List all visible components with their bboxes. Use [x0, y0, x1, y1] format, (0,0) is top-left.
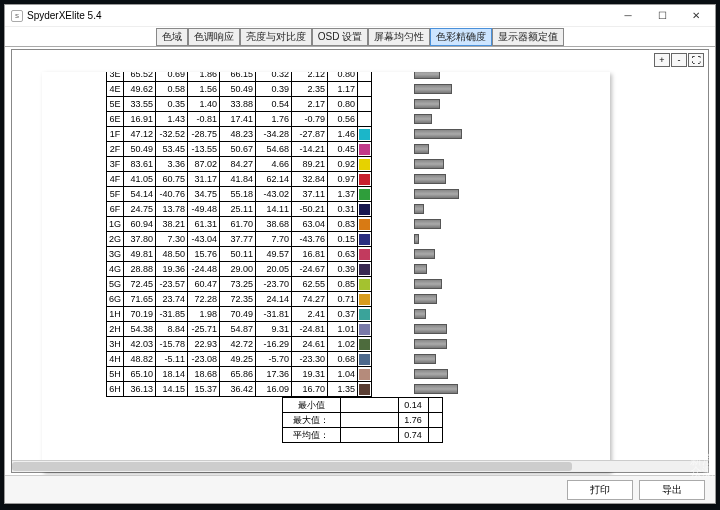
tab-4[interactable]: 屏幕均匀性	[368, 28, 430, 46]
bar-chart	[414, 72, 462, 396]
data-table-wrap: 3E65.520.691.8666.150.322.120.804E49.620…	[106, 72, 443, 443]
data-table: 3E65.520.691.8666.150.322.120.804E49.620…	[106, 72, 372, 397]
table-row: 5F54.14-40.7634.7555.18-43.0237.111.37	[107, 187, 372, 202]
app-icon: s	[11, 10, 23, 22]
tab-0[interactable]: 色域	[156, 28, 188, 46]
table-row: 4E49.620.581.5650.490.392.351.17	[107, 82, 372, 97]
table-row: 1G60.9438.2161.3161.7038.6863.040.83	[107, 217, 372, 232]
table-row: 4H48.82-5.11-23.0849.25-5.70-23.300.68	[107, 352, 372, 367]
table-row: 5E33.550.351.4033.880.542.170.80	[107, 97, 372, 112]
table-row: 3G49.8148.5015.7650.1149.5716.810.63	[107, 247, 372, 262]
footer-bar: 打印 导出	[5, 475, 715, 503]
close-button[interactable]: ✕	[679, 6, 713, 26]
zoom-in-button[interactable]: +	[654, 53, 670, 67]
table-row: 5G72.45-23.5760.4773.25-23.7062.550.85	[107, 277, 372, 292]
table-row: 3H42.03-15.7822.9342.72-16.2924.611.02	[107, 337, 372, 352]
table-row: 1H70.19-31.851.9870.49-31.812.410.37	[107, 307, 372, 322]
tab-5[interactable]: 色彩精确度	[430, 28, 492, 46]
table-row: 6H36.1314.1515.3736.4216.0916.701.35	[107, 382, 372, 397]
tab-3[interactable]: OSD 设置	[312, 28, 368, 46]
maximize-button[interactable]: ☐	[645, 6, 679, 26]
table-row: 1F47.12-32.52-28.7548.23-34.28-27.871.46	[107, 127, 372, 142]
tab-1[interactable]: 色调响应	[188, 28, 240, 46]
zoom-toolbar: + - ⛶	[654, 53, 704, 67]
table-row: 6F24.7513.78-49.4825.1114.11-50.210.31	[107, 202, 372, 217]
report-page: 3E65.520.691.8666.150.322.120.804E49.620…	[42, 72, 610, 472]
table-row: 2F50.4953.45-13.5550.6754.68-14.210.45	[107, 142, 372, 157]
horizontal-scrollbar[interactable]	[12, 460, 708, 472]
table-row: 6E16.911.43-0.8117.411.76-0.790.56	[107, 112, 372, 127]
tab-2[interactable]: 亮度与对比度	[240, 28, 312, 46]
tab-bar: 色域色调响应亮度与对比度OSD 设置屏幕均匀性色彩精确度显示器额定值	[5, 27, 715, 47]
table-row: 4G28.8819.36-24.4829.0020.05-24.670.39	[107, 262, 372, 277]
table-row: 2H54.388.84-25.7154.879.31-24.811.01	[107, 322, 372, 337]
table-row: 2G37.807.30-43.0437.777.70-43.760.15	[107, 232, 372, 247]
titlebar: s SpyderXElite 5.4 ─ ☐ ✕	[5, 5, 715, 27]
table-row: 5H65.1018.1418.6865.8617.3619.311.04	[107, 367, 372, 382]
app-window: s SpyderXElite 5.4 ─ ☐ ✕ 色域色调响应亮度与对比度OSD…	[4, 4, 716, 504]
table-row: 6G71.6523.7472.2872.3524.1474.270.71	[107, 292, 372, 307]
zoom-out-button[interactable]: -	[671, 53, 687, 67]
minimize-button[interactable]: ─	[611, 6, 645, 26]
summary-table: 最小值0.14最大值：1.76平均值：0.74	[106, 397, 443, 443]
table-row: 3F83.613.3687.0284.274.6689.210.92	[107, 157, 372, 172]
export-button[interactable]: 导出	[639, 480, 705, 500]
zoom-fit-button[interactable]: ⛶	[688, 53, 704, 67]
tab-6[interactable]: 显示器额定值	[492, 28, 564, 46]
print-button[interactable]: 打印	[567, 480, 633, 500]
watermark: 新浪众测	[690, 454, 714, 478]
table-row: 3E65.520.691.8666.150.322.120.80	[107, 72, 372, 82]
content-area: + - ⛶ 3E65.520.691.8666.150.322.120.804E…	[11, 49, 709, 473]
table-row: 4F41.0560.7531.1741.8462.1432.840.97	[107, 172, 372, 187]
window-title: SpyderXElite 5.4	[27, 10, 102, 21]
